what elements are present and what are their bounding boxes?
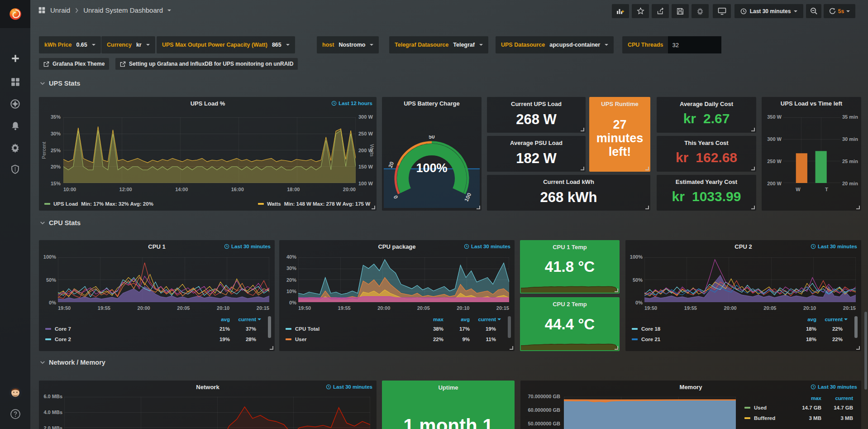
variable-value[interactable]: 865	[272, 42, 281, 48]
legend-item[interactable]: User 22% 9% 11%	[286, 334, 501, 344]
variable-host[interactable]: host Nostromo	[317, 36, 379, 53]
legend-item[interactable]: CPU Total 38% 17% 19%	[286, 323, 501, 334]
variable-value[interactable]: kr	[136, 42, 142, 48]
legend-item[interactable]: Core 2 19% 28%	[45, 334, 261, 344]
share-button[interactable]	[652, 4, 669, 18]
dashboard-link-ups-monitoring[interactable]: Setting up Grafana and InfluxDB for UPS …	[115, 58, 298, 70]
panel-title[interactable]: CPU 1 Temp	[523, 244, 617, 251]
legend-item-ups-load[interactable]: UPS Load Min: 17% Max: 32% Avg: 20%	[44, 201, 153, 207]
add-panel-button[interactable]	[612, 4, 629, 18]
x-axis: WT	[783, 187, 840, 192]
legend-col-current[interactable]: current	[230, 317, 256, 322]
panel-title[interactable]: UPS Battery Charge	[386, 100, 477, 107]
panel-time-range[interactable]: Last 30 minutes	[224, 244, 271, 249]
legend-scrollbar[interactable]	[854, 316, 858, 338]
caret-down-icon[interactable]	[167, 10, 171, 13]
page-scrollbar[interactable]	[864, 312, 867, 390]
legend-item-watts[interactable]: Watts Min: 148 W Max: 278 W Avg: 175 W	[258, 201, 370, 207]
chevron-down-icon	[40, 81, 45, 86]
panel-title[interactable]: Memory	[539, 384, 843, 390]
panel-time-range[interactable]: Last 30 minutes	[326, 384, 372, 390]
cpu-threads-input[interactable]	[668, 36, 721, 53]
panel-time-range[interactable]: Last 12 hours	[331, 101, 372, 106]
panel-time-range[interactable]: Last 30 minutes	[811, 384, 857, 390]
legend-item[interactable]: Core 7 21% 37%	[45, 323, 261, 334]
panel-title[interactable]: UPS Runtime	[592, 101, 648, 107]
variable-kwh-price[interactable]: kWh Price 0.65	[39, 36, 101, 53]
stat-number: 1033.99	[692, 189, 741, 204]
row-header-ups-stats[interactable]: UPS Stats	[40, 80, 80, 87]
star-button[interactable]	[632, 4, 649, 18]
legend-col-max[interactable]: max	[417, 317, 444, 322]
variable-ups-max-output[interactable]: UPS Max Output Power Capacity (Watt) 865	[157, 36, 295, 53]
row-header-network-memory[interactable]: Network / Memory	[40, 359, 105, 366]
refresh-button[interactable]: 5s	[824, 4, 855, 18]
row-header-cpu-stats[interactable]: CPU Stats	[40, 219, 81, 227]
panel-title[interactable]: Estimated Yearly Cost	[659, 178, 754, 185]
plot-area[interactable]	[644, 257, 856, 302]
panel-title[interactable]: CPU 2 Temp	[523, 301, 617, 308]
refresh-interval-label[interactable]: 5s	[838, 8, 844, 14]
sidebar-user-avatar[interactable]	[0, 383, 30, 402]
legend-col-current[interactable]: current	[821, 395, 853, 401]
sidebar-server-admin-button[interactable]	[0, 159, 30, 178]
plot-area[interactable]	[64, 397, 370, 429]
plot-area[interactable]	[783, 117, 840, 183]
legend-col-avg[interactable]: avg	[790, 317, 816, 322]
legend-col-max[interactable]: max	[790, 395, 821, 401]
cycle-view-mode-button[interactable]	[713, 4, 731, 18]
sidebar-alerting-button[interactable]	[0, 116, 30, 135]
save-button[interactable]	[672, 4, 689, 18]
magnifier-minus-icon	[810, 7, 818, 15]
stat-value: kr 1033.99	[657, 189, 756, 204]
legend-col-current[interactable]: current	[816, 317, 843, 322]
dashboard-settings-button[interactable]	[692, 4, 709, 18]
variable-currency[interactable]: Currency kr	[101, 36, 155, 53]
legend-col-current[interactable]: current	[470, 317, 496, 322]
sidebar-explore-button[interactable]	[0, 94, 30, 113]
time-range-picker[interactable]: Last 30 minutes	[734, 4, 803, 18]
dashboard-link-plex-theme[interactable]: Grafana Plex Theme	[39, 58, 109, 70]
panel-title[interactable]: Current UPS Load	[490, 101, 583, 107]
series-current: 3 MB	[821, 415, 853, 421]
panel-title[interactable]: Average Daily Cost	[659, 101, 754, 107]
breadcrumb-app[interactable]: Unraid	[50, 6, 70, 14]
panel-title[interactable]: UPS Load %	[57, 100, 358, 107]
plot-area[interactable]	[298, 257, 509, 302]
sidebar-help-button[interactable]	[0, 405, 30, 424]
legend-item[interactable]: Core 18 18% 22%	[632, 323, 848, 334]
variable-value[interactable]: Nostromo	[339, 42, 365, 48]
variable-ups-datasource[interactable]: UPS Datasource apcupsd-container	[496, 36, 614, 53]
panel-title[interactable]: This Years Cost	[659, 140, 754, 146]
plot-area[interactable]	[63, 117, 356, 183]
legend-item[interactable]: Used 14.7 GB 14.7 GB	[744, 402, 853, 413]
sidebar-create-button[interactable]	[0, 49, 30, 68]
panel-title[interactable]: UPS Load vs Time left	[764, 100, 858, 107]
variable-value[interactable]: Telegraf	[453, 42, 475, 48]
plot-area[interactable]	[564, 397, 736, 429]
legend-col-avg[interactable]: avg	[444, 317, 470, 322]
panel-time-range[interactable]: Last 30 minutes	[811, 244, 857, 249]
zoom-out-button[interactable]	[806, 4, 821, 18]
sidebar-configuration-button[interactable]	[0, 138, 30, 157]
gear-icon	[696, 7, 704, 15]
sidebar-dashboards-button[interactable]	[0, 72, 30, 92]
legend-scrollbar[interactable]	[268, 316, 271, 338]
panel-time-range[interactable]: Last 30 minutes	[464, 244, 510, 249]
panel-title[interactable]: Current Load kWh	[490, 178, 648, 185]
panel-title[interactable]: Network	[57, 384, 358, 390]
legend-col-avg[interactable]: avg	[204, 317, 230, 322]
variable-value[interactable]: apcupsd-container	[549, 42, 600, 48]
stat-value: 44.4 °C	[520, 316, 620, 333]
legend-item[interactable]: Buffered 3 MB 3 MB	[744, 413, 853, 423]
plot-area[interactable]	[58, 257, 269, 302]
variable-value[interactable]: 0.65	[76, 42, 87, 48]
variable-telegraf-datasource[interactable]: Telegraf Datasource Telegraf	[389, 36, 488, 53]
legend-scrollbar[interactable]	[508, 316, 511, 338]
legend-item[interactable]: Core 21 18% 22%	[632, 334, 848, 344]
variable-cpu-threads: CPU Threads	[622, 36, 721, 53]
grafana-logo[interactable]	[0, 0, 30, 28]
panel-title[interactable]: Average PSU Load	[490, 140, 583, 146]
page-title[interactable]: Unraid System Dashboard	[83, 6, 163, 14]
panel-title[interactable]: Uptime	[385, 384, 512, 391]
